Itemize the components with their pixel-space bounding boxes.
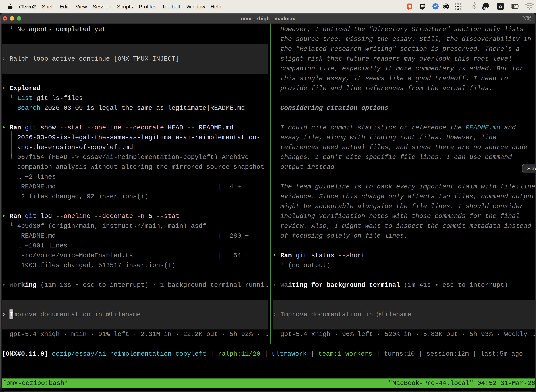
svg-text:A: A	[498, 4, 502, 10]
svg-text:1: 1	[532, 16, 535, 21]
svg-text:..61: ..61	[483, 6, 488, 9]
